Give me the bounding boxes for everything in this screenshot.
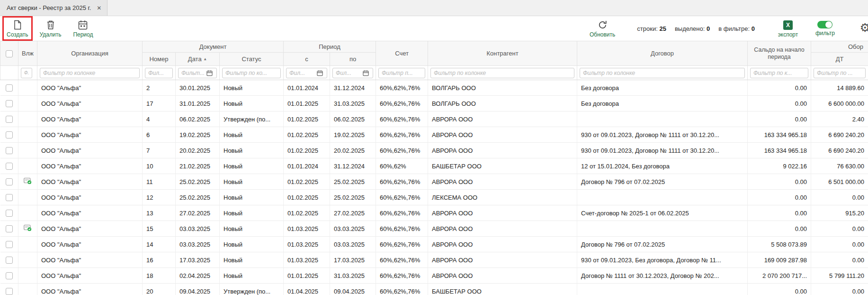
account-filter-input[interactable] [378, 68, 425, 78]
cell-to: 03.03.2025 [330, 221, 376, 237]
contract-filter-input[interactable] [580, 68, 745, 78]
row-checkbox[interactable] [6, 225, 13, 232]
table-row[interactable]: ООО "Альфа"1403.03.2025Новый01.03.202503… [0, 237, 868, 252]
cell-attachment [18, 96, 37, 111]
row-checkbox[interactable] [6, 163, 13, 170]
table-row[interactable]: ООО "Альфа"1327.02.2025Новый01.02.202527… [0, 205, 868, 221]
contragent-filter-input[interactable] [430, 68, 574, 78]
table-row[interactable]: ООО "Альфа"720.02.2025Новый01.02.202520.… [0, 143, 868, 158]
period-button[interactable]: Период [70, 18, 96, 39]
cell-saldo: 0.00 [748, 96, 811, 111]
close-icon[interactable]: ✕ [97, 5, 101, 11]
row-checkbox[interactable] [6, 178, 13, 185]
row-checkbox[interactable] [6, 147, 13, 154]
cell-number: 10 [143, 158, 176, 174]
cell-to: 31.03.2025 [330, 96, 376, 111]
toggle-on-icon [817, 21, 832, 28]
table-row[interactable]: ООО "Альфа"1802.04.2025Новый01.01.202531… [0, 268, 868, 284]
calendar-icon[interactable] [363, 70, 369, 76]
cell-from: 01.02.2025 [284, 190, 330, 205]
cell-account: 60%,62%,76% [376, 143, 428, 158]
col-header-organization[interactable]: Организация [37, 41, 143, 66]
cell-organization: ООО "Альфа" [37, 190, 143, 205]
cell-contract: Без договора [577, 80, 748, 96]
row-checkbox[interactable] [6, 241, 13, 248]
cell-saldo: 0.00 [748, 111, 811, 127]
cell-dt: 0.00 [811, 221, 868, 237]
tab-akt-sverki[interactable]: Акт сверки - Реестр за 2025 г. ✕ [0, 0, 107, 16]
cell-contragent: АВРОРА ООО [428, 268, 577, 284]
table-row[interactable]: ООО "Альфа"1731.01.2025Новый01.01.202531… [0, 96, 868, 111]
cell-dt: 0.00 [811, 252, 868, 268]
filter-cell-vlzh: Ф. [18, 66, 37, 80]
cell-status: Новый [220, 127, 284, 143]
calendar-icon[interactable] [206, 70, 213, 76]
cell-organization: ООО "Альфа" [37, 111, 143, 127]
table-row[interactable]: ООО "Альфа"230.01.2025Новый01.01.202431.… [0, 80, 868, 96]
cell-date: 02.04.2025 [176, 268, 220, 284]
table-row[interactable]: ООО "Альфа"619.02.2025Новый01.02.202519.… [0, 127, 868, 143]
cell-date: 25.02.2025 [176, 190, 220, 205]
cell-contract: 12 от 15.01.2024, Без договора [577, 158, 748, 174]
select-all-checkbox[interactable] [6, 50, 13, 57]
export-excel-button[interactable]: X экспорт [775, 18, 801, 39]
refresh-button[interactable]: Обновить [587, 18, 618, 39]
row-checkbox[interactable] [6, 84, 13, 92]
col-header-vlzh[interactable]: Влж [18, 41, 37, 66]
create-button[interactable]: Создать [4, 18, 31, 39]
cell-from: 01.03.2025 [284, 252, 330, 268]
cell-to: 09.04.2025 [330, 284, 376, 295]
row-checkbox[interactable] [6, 257, 13, 264]
table-row[interactable]: ООО "Альфа"1125.02.2025Новый01.02.202525… [0, 174, 868, 190]
cell-status: Новый [220, 252, 284, 268]
dt-filter-input[interactable] [814, 68, 866, 78]
col-header-dt[interactable]: ДТ [811, 53, 868, 66]
cell-to: 25.02.2025 [330, 190, 376, 205]
col-header-date[interactable]: Дата ▲ [176, 53, 220, 66]
row-checkbox[interactable] [6, 194, 13, 201]
cell-saldo: 9 022.16 [748, 158, 811, 174]
settings-gear-icon[interactable]: ⚙ [860, 22, 868, 34]
row-checkbox[interactable] [6, 288, 13, 295]
delete-button[interactable]: Удалить [37, 18, 64, 39]
filter-row: Ф. [0, 66, 868, 80]
col-header-contragent[interactable]: Контрагент [428, 41, 577, 66]
row-checkbox[interactable] [6, 100, 13, 107]
cell-status: Новый [220, 221, 284, 237]
row-checkbox[interactable] [6, 131, 13, 138]
filter-toggle[interactable]: фильтр [815, 21, 835, 36]
cell-from: 01.01.2025 [284, 268, 330, 284]
row-checkbox[interactable] [6, 272, 13, 279]
table-row[interactable]: ООО "Альфа"2009.04.2025Утвержден (по...0… [0, 284, 868, 295]
cell-number: 2 [143, 80, 176, 96]
col-header-account[interactable]: Счет [376, 41, 428, 66]
table-row[interactable]: ООО "Альфа"1225.02.2025Новый01.02.202525… [0, 190, 868, 205]
organization-filter-input[interactable] [40, 68, 140, 78]
col-header-number[interactable]: Номер [143, 53, 176, 66]
cell-account: 60%,62%,76% [376, 237, 428, 252]
saldo-filter-input[interactable] [750, 68, 808, 78]
row-checkbox-cell [0, 174, 18, 190]
col-header-status[interactable]: Статус [220, 53, 284, 66]
row-checkbox[interactable] [6, 210, 13, 217]
row-checkbox-cell [0, 205, 18, 221]
cell-status: Новый [220, 268, 284, 284]
table-row[interactable]: ООО "Альфа"1503.03.2025Новый01.03.202503… [0, 221, 868, 237]
number-filter-input[interactable] [145, 68, 173, 78]
col-header-saldo[interactable]: Сальдо на начало периода [748, 41, 811, 66]
vlzh-filter[interactable]: Ф. [21, 68, 32, 78]
calendar-icon[interactable] [317, 70, 323, 76]
refresh-button-label: Обновить [590, 32, 615, 37]
col-header-to[interactable]: по [330, 53, 376, 66]
cell-number: 14 [143, 237, 176, 252]
col-header-contract[interactable]: Договор [577, 41, 748, 66]
col-header-from[interactable]: с [284, 53, 330, 66]
row-checkbox[interactable] [6, 116, 13, 123]
table-row[interactable]: ООО "Альфа"406.02.2025Утвержден (по...01… [0, 111, 868, 127]
cell-dt: 2.40 [811, 111, 868, 127]
cell-status: Новый [220, 158, 284, 174]
table-row[interactable]: ООО "Альфа"1021.02.2025Новый01.01.202431… [0, 158, 868, 174]
status-filter-input[interactable] [222, 68, 281, 78]
group-header-row: Влж Организация Документ Период Счет Кон… [0, 41, 868, 53]
table-row[interactable]: ООО "Альфа"1617.03.2025Новый01.03.202517… [0, 252, 868, 268]
